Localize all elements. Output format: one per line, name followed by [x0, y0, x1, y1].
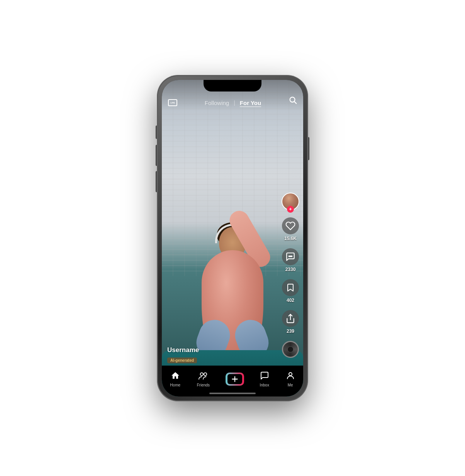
following-tab[interactable]: Following: [205, 100, 229, 106]
friends-label: Friends: [197, 383, 210, 387]
phone-mockup: LIVE Following | For You: [157, 75, 308, 401]
inbox-icon: [260, 371, 269, 382]
phone-screen: LIVE Following | For You: [162, 80, 303, 396]
nav-profile[interactable]: Me: [286, 371, 295, 387]
comment-action[interactable]: 2330: [282, 248, 299, 272]
create-button[interactable]: [226, 373, 243, 385]
music-disc: [282, 341, 299, 358]
svg-point-10: [289, 373, 292, 376]
for-you-tab[interactable]: For You: [240, 100, 261, 106]
nav-create[interactable]: [226, 373, 243, 385]
svg-point-6: [200, 373, 203, 375]
tab-divider: |: [234, 100, 235, 106]
follow-button[interactable]: +: [287, 206, 294, 213]
bottom-navigation: Home Friends: [162, 366, 303, 396]
creator-username[interactable]: Username: [167, 346, 276, 354]
share-action[interactable]: 239: [282, 310, 299, 334]
inbox-label: Inbox: [260, 383, 269, 387]
notch: [204, 80, 261, 91]
home-icon: [171, 371, 180, 382]
action-sidebar: + 15.6K: [282, 193, 299, 358]
live-tv-icon: LIVE: [168, 99, 177, 106]
svg-point-4: [291, 256, 292, 256]
live-label: LIVE: [170, 102, 175, 104]
person-body: [202, 250, 263, 358]
like-count: 15.6K: [284, 236, 297, 241]
svg-line-1: [294, 102, 296, 103]
comment-button[interactable]: [282, 248, 299, 265]
search-button[interactable]: [289, 96, 297, 106]
share-button[interactable]: [282, 310, 299, 327]
me-label: Me: [288, 383, 293, 387]
nav-friends[interactable]: Friends: [197, 371, 210, 387]
bookmark-count: 402: [287, 298, 294, 303]
person-figure: [182, 196, 283, 358]
svg-point-3: [290, 256, 291, 256]
ai-generated-badge: AI-generated: [167, 357, 197, 363]
avatar-container: +: [282, 193, 299, 210]
profile-icon: [286, 371, 295, 382]
friends-icon: [198, 371, 208, 382]
nav-home[interactable]: Home: [170, 371, 180, 387]
nav-inbox[interactable]: Inbox: [260, 371, 269, 387]
bookmark-button[interactable]: [282, 279, 299, 296]
like-action[interactable]: 15.6K: [282, 217, 299, 241]
live-badge[interactable]: LIVE: [168, 99, 177, 106]
power-button: [308, 137, 309, 160]
svg-point-2: [289, 256, 290, 256]
bookmark-action[interactable]: 402: [282, 279, 299, 303]
svg-point-7: [204, 373, 207, 375]
home-indicator: [209, 393, 256, 394]
music-disc-action[interactable]: [282, 341, 299, 358]
feed-tabs: Following | For You: [205, 100, 261, 106]
like-button[interactable]: [282, 217, 299, 234]
comment-count: 2330: [285, 267, 296, 272]
add-icon-inner: [227, 374, 242, 384]
share-count: 239: [287, 329, 294, 334]
creator-avatar-item[interactable]: +: [282, 193, 299, 210]
music-disc-inner: [287, 346, 294, 352]
home-label: Home: [170, 383, 180, 387]
